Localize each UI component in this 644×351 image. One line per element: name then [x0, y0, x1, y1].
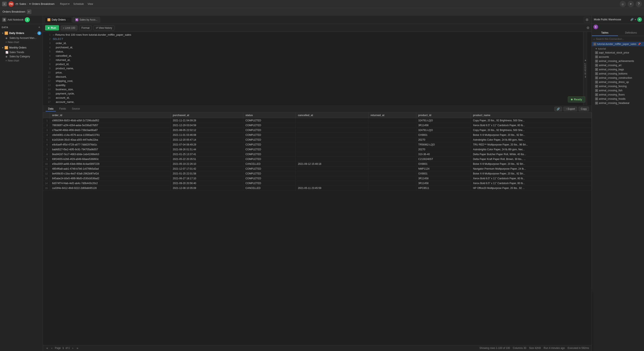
code-editor[interactable]: 1 -- Returns first 100 rows from tutoria… — [43, 32, 592, 106]
run-button[interactable]: ▶ Run — [45, 25, 59, 30]
report-title: Orders Breakdown — [2, 10, 25, 13]
monthly-orders-new-chart[interactable]: + New chart — [0, 58, 43, 63]
add-notebook-label[interactable]: Add Notebook — [8, 18, 24, 21]
results-table-wrap[interactable]: order_id purchased_at status cancelled_a… — [43, 112, 592, 345]
ai-assist-bar[interactable]: ✦ AI ASSIST ⇕ — [583, 32, 587, 106]
view-history-button[interactable]: ↺ View history — [94, 26, 114, 30]
copy-button[interactable]: Copy — [578, 107, 589, 111]
last-page-button[interactable]: » — [76, 346, 79, 350]
warehouse-dropdown-icon[interactable]: ▾ — [635, 18, 636, 21]
table-tree-item[interactable]: ≡ animal_crossing_art — [592, 63, 644, 68]
tab-sales-by-account[interactable]: ◉ Sales by Acco... — [73, 17, 100, 22]
cell-order-id: e5ba300f-ae66-43eb-899d-4c4ae5897229 — [50, 162, 171, 166]
ready-badge: Ready — [568, 96, 585, 102]
table-tree-label: animal_crossing_fencing — [599, 85, 642, 88]
data-tab-data[interactable]: Data — [46, 106, 56, 112]
export-label: ↑ Export — [566, 108, 575, 110]
daily-orders-new-chart[interactable]: + New chart — [0, 40, 43, 44]
prev-page-button[interactable]: ‹ — [50, 346, 53, 350]
next-page-button[interactable]: › — [71, 346, 74, 350]
cell-status: CANCELLED — [243, 162, 296, 166]
table-tree-icon: ≡ — [595, 76, 598, 79]
cell-order-id: 789390f7-a2f4-4264-aebe-5e336a57fd57 — [50, 123, 171, 128]
row-num: 4 — [43, 133, 50, 138]
th-product-id[interactable]: product_id — [416, 112, 471, 118]
sales-by-category-item[interactable]: ◉ Sales by Category — [0, 54, 43, 58]
sales-trends-item[interactable]: 📈 Sales Trends — [0, 50, 43, 54]
daily-orders-header[interactable]: ▼ ≡ Daily Orders ··· 2 — [0, 30, 43, 36]
table-tree-item[interactable]: ≡ animal_crossing_fossils — [592, 97, 644, 101]
help-button[interactable]: ? — [636, 1, 642, 7]
search-button[interactable]: ⌕ — [620, 1, 626, 7]
table-tree-icon: ≡ — [595, 72, 598, 75]
table-tree-item[interactable]: ≡ animal_crossing_bags — [592, 68, 644, 72]
data-tab-source[interactable]: Source — [69, 106, 82, 112]
table-tree-item[interactable]: ≡ animal_crossing_fish — [592, 88, 644, 92]
left-sidebar: 📓 Add Notebook 1 DATA + ▼ ≡ Daily Orders… — [0, 16, 43, 351]
tables-tab[interactable]: Tables — [592, 30, 618, 36]
cell-order-id: c8e0d081-c14a-4576-acca-11580ad13761 — [50, 133, 171, 138]
th-cancelled-at[interactable]: cancelled_at — [296, 112, 368, 118]
ready-dot — [571, 99, 573, 100]
table-tree-item[interactable]: ≡ animal_crossing_floors — [592, 92, 644, 97]
table-tree-item[interactable]: ≡ animal_crossing_bottoms — [592, 72, 644, 76]
table-row: 15 ca33f4e-6412-4fe9-9222-2d69afe95128 2… — [43, 186, 592, 190]
nav-report[interactable]: Report ▾ — [58, 2, 71, 6]
connection-search-input[interactable] — [596, 38, 642, 40]
center-content: ≡ Daily Orders ··· ◉ Sales by Acco... ⊞ … — [43, 16, 592, 351]
table-tree-label: animal_crossing_headwear — [599, 102, 642, 104]
daily-orders-dots[interactable]: ··· — [35, 32, 37, 35]
th-returned-at[interactable]: returned_at — [368, 112, 416, 118]
table-tree-item[interactable]: ≡ aapl_historical_stock_price — [592, 50, 644, 55]
row-num: 8 — [43, 152, 50, 157]
table-tree-item[interactable]: ≡ animal_crossing_fencing — [592, 84, 644, 88]
tab-sales-by-account-label: Sales by Acco... — [80, 18, 98, 21]
cell-status: COMPLETED — [243, 123, 296, 128]
user-avatar[interactable]: PM — [8, 1, 14, 7]
tab-daily-orders[interactable]: ≡ Daily Orders ··· — [45, 17, 72, 22]
pinned-table-expand-arrow[interactable]: › — [642, 43, 642, 45]
breadcrumb-sales[interactable]: Sales — [19, 2, 26, 6]
editor-wrapper: 1 -- Returns first 100 rows from tutoria… — [43, 32, 592, 106]
export-button[interactable]: ↑ Export — [564, 107, 577, 111]
code-line-1: 1 -- Returns first 100 rows from tutoria… — [45, 33, 592, 37]
limit-checkbox[interactable]: ▪ Limit 100 — [61, 26, 78, 30]
format-button[interactable]: Format — [79, 26, 92, 30]
link-button[interactable]: 🔗 — [554, 107, 562, 111]
definitions-tab[interactable]: Definitions — [618, 30, 644, 36]
collapse-sidebar-button[interactable]: ⇤ — [27, 10, 32, 14]
table-tree-item[interactable]: ≡ animal_crossing_construction — [592, 76, 644, 80]
row-num: 13 — [43, 176, 50, 181]
settings-button[interactable]: ⚙ — [586, 26, 590, 30]
th-order-id[interactable]: order_id — [50, 112, 171, 118]
sales-by-category-icon: ◉ — [6, 55, 8, 58]
breadcrumb-db-icon: 🗃 — [16, 2, 18, 6]
add-data-button[interactable]: + — [37, 26, 41, 29]
format-label: Format — [82, 26, 90, 30]
table-tree-item[interactable]: ≡ animal_crossing_achievements — [592, 59, 644, 63]
monthly-orders-chevron: ▼ — [2, 46, 4, 49]
th-product-name[interactable]: product_name — [471, 112, 592, 118]
limit-label: Limit 100 — [65, 26, 75, 30]
add-button[interactable]: + — [628, 1, 634, 7]
cell-product-id: 324791-LQO — [416, 118, 471, 123]
add-tab-button[interactable]: ⊞ — [584, 17, 590, 23]
first-page-button[interactable]: « — [46, 346, 49, 350]
pinned-table-item[interactable]: ≡ tutorial.dunder_mifflin_paper_sales 📌 … — [592, 42, 644, 46]
table-tree-item[interactable]: ≡ animal_crossing_dress_up — [592, 80, 644, 84]
showing-rows: Showing rows 1-100 of 100 — [480, 346, 510, 350]
table-tree-item[interactable]: ≡ animal_crossing_headwear — [592, 101, 644, 105]
monthly-orders-header[interactable]: ▼ ≡ Monthly Orders — [0, 45, 43, 50]
th-status[interactable]: status — [243, 112, 296, 118]
th-purchased-at[interactable]: purchased_at — [171, 112, 243, 118]
cell-order-id: ca33f4e-6412-4fe9-9222-2d69afe95128 — [50, 186, 171, 190]
table-tree-item[interactable]: ≡ accounts — [592, 55, 644, 59]
cell-order-id: 845abe24-b5e5-46f8-96d5-c530cb536ad2 — [50, 176, 171, 181]
sales-by-account-item[interactable]: ◉ Sales by Account Man... — [0, 36, 43, 40]
nav-schedule[interactable]: Schedule — [72, 2, 86, 6]
nav-view[interactable]: View — [86, 2, 95, 6]
right-sidebar: Mode Public Warehouse 🔗 ▾ 4 5 Tables Def… — [592, 16, 644, 351]
table-tree-icon: ≡ — [595, 56, 598, 58]
right-sidebar-header: Mode Public Warehouse 🔗 ▾ 4 — [592, 16, 644, 24]
data-tab-fields[interactable]: Fields — [57, 106, 68, 112]
